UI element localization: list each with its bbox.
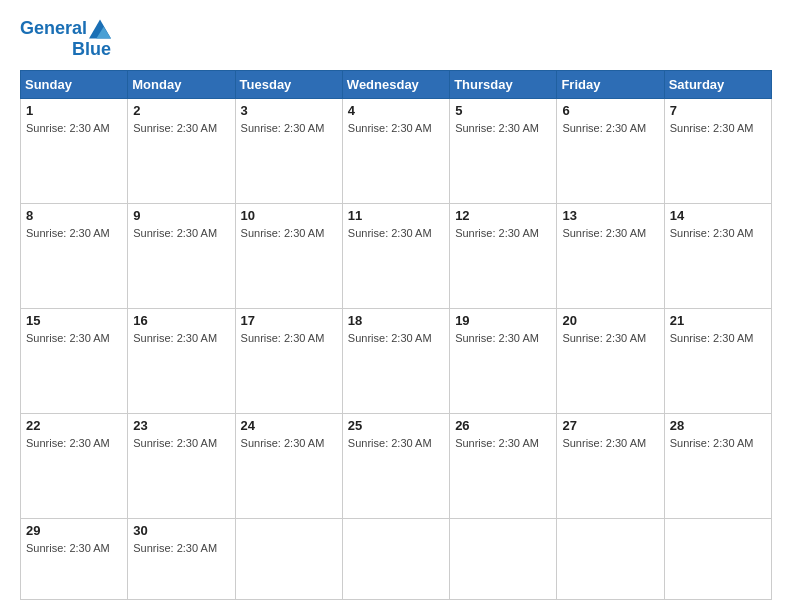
sunrise-text: Sunrise: 2:30 AM xyxy=(455,437,539,449)
calendar-cell: 30Sunrise: 2:30 AM xyxy=(128,519,235,600)
sunrise-text: Sunrise: 2:30 AM xyxy=(348,332,432,344)
day-number: 26 xyxy=(455,418,551,433)
sunrise-text: Sunrise: 2:30 AM xyxy=(241,437,325,449)
col-saturday: Saturday xyxy=(664,70,771,98)
day-number: 7 xyxy=(670,103,766,118)
calendar-cell xyxy=(557,519,664,600)
calendar-cell: 28Sunrise: 2:30 AM xyxy=(664,414,771,519)
calendar-cell: 3Sunrise: 2:30 AM xyxy=(235,98,342,203)
sunrise-text: Sunrise: 2:30 AM xyxy=(133,122,217,134)
calendar-cell: 16Sunrise: 2:30 AM xyxy=(128,308,235,413)
calendar-cell: 19Sunrise: 2:30 AM xyxy=(450,308,557,413)
logo-text: General xyxy=(20,19,87,39)
sunrise-text: Sunrise: 2:30 AM xyxy=(133,227,217,239)
calendar-cell: 23Sunrise: 2:30 AM xyxy=(128,414,235,519)
calendar-cell: 29Sunrise: 2:30 AM xyxy=(21,519,128,600)
calendar-cell: 11Sunrise: 2:30 AM xyxy=(342,203,449,308)
calendar-cell: 22Sunrise: 2:30 AM xyxy=(21,414,128,519)
day-number: 19 xyxy=(455,313,551,328)
day-number: 1 xyxy=(26,103,122,118)
day-number: 21 xyxy=(670,313,766,328)
day-number: 22 xyxy=(26,418,122,433)
day-number: 11 xyxy=(348,208,444,223)
day-number: 25 xyxy=(348,418,444,433)
calendar-header-row: Sunday Monday Tuesday Wednesday Thursday… xyxy=(21,70,772,98)
logo-general: General xyxy=(20,18,87,38)
day-number: 27 xyxy=(562,418,658,433)
logo-icon xyxy=(89,18,111,40)
day-number: 10 xyxy=(241,208,337,223)
day-number: 28 xyxy=(670,418,766,433)
header: General Blue xyxy=(20,18,772,60)
day-number: 16 xyxy=(133,313,229,328)
sunrise-text: Sunrise: 2:30 AM xyxy=(26,332,110,344)
day-number: 20 xyxy=(562,313,658,328)
calendar-cell xyxy=(664,519,771,600)
day-number: 15 xyxy=(26,313,122,328)
sunrise-text: Sunrise: 2:30 AM xyxy=(670,227,754,239)
day-number: 30 xyxy=(133,523,229,538)
logo-blue: Blue xyxy=(72,40,111,60)
sunrise-text: Sunrise: 2:30 AM xyxy=(133,437,217,449)
calendar-cell: 24Sunrise: 2:30 AM xyxy=(235,414,342,519)
calendar-cell: 10Sunrise: 2:30 AM xyxy=(235,203,342,308)
day-number: 8 xyxy=(26,208,122,223)
col-monday: Monday xyxy=(128,70,235,98)
calendar-cell: 9Sunrise: 2:30 AM xyxy=(128,203,235,308)
sunrise-text: Sunrise: 2:30 AM xyxy=(562,227,646,239)
calendar-cell: 17Sunrise: 2:30 AM xyxy=(235,308,342,413)
calendar-cell: 25Sunrise: 2:30 AM xyxy=(342,414,449,519)
day-number: 17 xyxy=(241,313,337,328)
day-number: 4 xyxy=(348,103,444,118)
calendar-cell: 13Sunrise: 2:30 AM xyxy=(557,203,664,308)
sunrise-text: Sunrise: 2:30 AM xyxy=(133,332,217,344)
sunrise-text: Sunrise: 2:30 AM xyxy=(241,122,325,134)
calendar-table: Sunday Monday Tuesday Wednesday Thursday… xyxy=(20,70,772,600)
sunrise-text: Sunrise: 2:30 AM xyxy=(26,437,110,449)
day-number: 2 xyxy=(133,103,229,118)
calendar-cell: 4Sunrise: 2:30 AM xyxy=(342,98,449,203)
col-friday: Friday xyxy=(557,70,664,98)
calendar-cell: 21Sunrise: 2:30 AM xyxy=(664,308,771,413)
sunrise-text: Sunrise: 2:30 AM xyxy=(241,332,325,344)
calendar-cell: 20Sunrise: 2:30 AM xyxy=(557,308,664,413)
day-number: 5 xyxy=(455,103,551,118)
day-number: 29 xyxy=(26,523,122,538)
sunrise-text: Sunrise: 2:30 AM xyxy=(348,437,432,449)
sunrise-text: Sunrise: 2:30 AM xyxy=(562,437,646,449)
calendar-cell xyxy=(342,519,449,600)
col-thursday: Thursday xyxy=(450,70,557,98)
calendar-cell: 2Sunrise: 2:30 AM xyxy=(128,98,235,203)
calendar-cell: 7Sunrise: 2:30 AM xyxy=(664,98,771,203)
sunrise-text: Sunrise: 2:30 AM xyxy=(241,227,325,239)
col-sunday: Sunday xyxy=(21,70,128,98)
sunrise-text: Sunrise: 2:30 AM xyxy=(562,122,646,134)
day-number: 18 xyxy=(348,313,444,328)
day-number: 6 xyxy=(562,103,658,118)
day-number: 3 xyxy=(241,103,337,118)
sunrise-text: Sunrise: 2:30 AM xyxy=(348,227,432,239)
calendar-cell: 12Sunrise: 2:30 AM xyxy=(450,203,557,308)
sunrise-text: Sunrise: 2:30 AM xyxy=(26,227,110,239)
day-number: 24 xyxy=(241,418,337,433)
calendar-cell: 6Sunrise: 2:30 AM xyxy=(557,98,664,203)
calendar-cell: 27Sunrise: 2:30 AM xyxy=(557,414,664,519)
sunrise-text: Sunrise: 2:30 AM xyxy=(348,122,432,134)
calendar-cell: 18Sunrise: 2:30 AM xyxy=(342,308,449,413)
calendar-cell xyxy=(450,519,557,600)
sunrise-text: Sunrise: 2:30 AM xyxy=(26,122,110,134)
day-number: 13 xyxy=(562,208,658,223)
calendar-cell: 26Sunrise: 2:30 AM xyxy=(450,414,557,519)
sunrise-text: Sunrise: 2:30 AM xyxy=(26,542,110,554)
sunrise-text: Sunrise: 2:30 AM xyxy=(670,332,754,344)
sunrise-text: Sunrise: 2:30 AM xyxy=(455,227,539,239)
sunrise-text: Sunrise: 2:30 AM xyxy=(455,122,539,134)
logo: General Blue xyxy=(20,18,111,60)
day-number: 12 xyxy=(455,208,551,223)
day-number: 14 xyxy=(670,208,766,223)
calendar-cell: 8Sunrise: 2:30 AM xyxy=(21,203,128,308)
sunrise-text: Sunrise: 2:30 AM xyxy=(670,437,754,449)
calendar-cell: 14Sunrise: 2:30 AM xyxy=(664,203,771,308)
calendar-cell: 1Sunrise: 2:30 AM xyxy=(21,98,128,203)
day-number: 9 xyxy=(133,208,229,223)
